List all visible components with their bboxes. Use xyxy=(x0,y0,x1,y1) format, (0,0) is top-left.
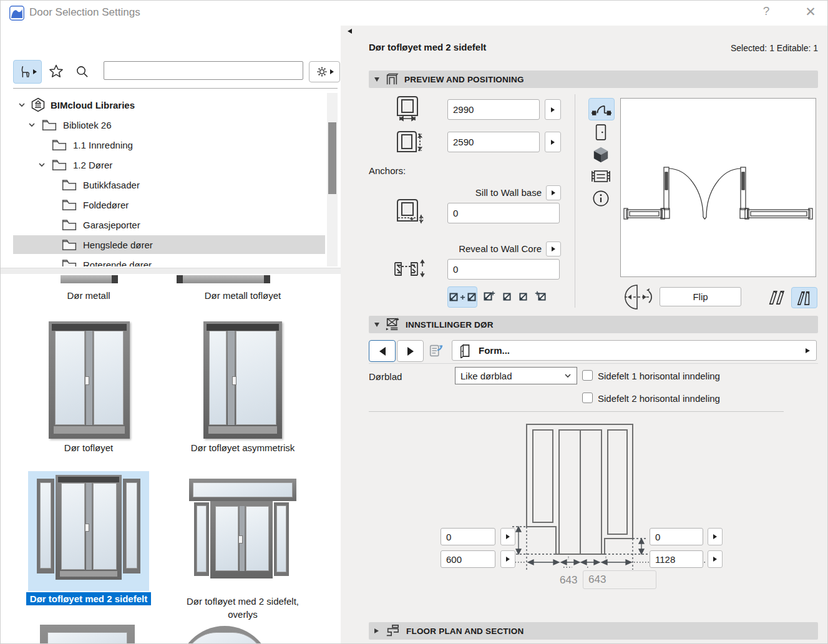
dim-right-top-input[interactable] xyxy=(650,528,703,545)
form-page-selector[interactable]: Form... xyxy=(452,340,817,361)
next-page-button[interactable] xyxy=(397,340,424,362)
sidefelt2-checkbox[interactable] xyxy=(582,393,593,403)
door-width-input[interactable] xyxy=(447,99,540,120)
tree-item-garasjeporter[interactable]: Garasjeporter xyxy=(13,215,325,234)
thumbnail-dor-metall-partial[interactable] xyxy=(61,275,118,283)
search-icon xyxy=(75,65,89,78)
door-width-icon xyxy=(396,94,421,122)
dorblad-select[interactable]: Like dørblad xyxy=(455,367,577,384)
search-button[interactable] xyxy=(71,60,93,82)
thumbnail-label: Dør tofløyet xyxy=(14,442,163,453)
sill-anchor-flyout-button[interactable] xyxy=(546,185,561,200)
selected-object-title: Dør tofløyet med 2 sidefelt xyxy=(369,42,486,52)
tree-item-hengslede-dorer[interactable]: Hengslede dører xyxy=(13,235,325,254)
thumbnail-next-row-partial-1[interactable] xyxy=(40,625,135,644)
star-icon xyxy=(49,64,64,79)
library-tree: BIMcloud Libraries Bibliotek 26 1.1 Innr… xyxy=(13,93,325,266)
door-handle xyxy=(85,376,89,385)
reveal-value-input[interactable] xyxy=(447,259,560,280)
transfer-settings-button[interactable] xyxy=(427,341,447,360)
view-mode-3d-button[interactable] xyxy=(588,144,613,165)
tree-scrollbar[interactable] xyxy=(327,93,338,266)
help-button[interactable]: ? xyxy=(757,4,776,18)
previous-page-button[interactable] xyxy=(369,340,396,362)
folder-icon xyxy=(62,198,77,211)
bimcloud-icon xyxy=(31,97,46,112)
anchor-mode-5-button[interactable] xyxy=(532,289,548,304)
tree-item-roterende-dorer[interactable]: Roterende dører xyxy=(13,255,325,266)
anchor-mode-both-button[interactable] xyxy=(447,286,477,308)
toolbar-divider xyxy=(13,88,338,89)
tree-item-dorer[interactable]: 1.2 Dører xyxy=(13,155,325,174)
reveal-anchor-icon xyxy=(392,258,427,280)
sidefelt1-label: Sidefelt 1 horisontal inndeling xyxy=(598,371,720,381)
flip-button[interactable]: Flip xyxy=(660,287,741,306)
anchor-glyph-icon xyxy=(519,293,527,301)
preview-divider xyxy=(575,94,575,308)
thumbnail-gallery: Dør metall Dør metall tofløyet Dør to xyxy=(1,274,341,644)
browse-library-button[interactable] xyxy=(13,60,42,84)
thumbnail-dor-metall-tofloyet-partial[interactable] xyxy=(177,275,270,283)
window-title: Door Selection Settings xyxy=(29,6,140,19)
close-button[interactable]: ✕ xyxy=(801,4,820,19)
view-mode-info-button[interactable] xyxy=(588,188,613,209)
dim-right-bottom-input[interactable] xyxy=(650,550,703,568)
section-floor-plan-and-section[interactable]: FLOOR PLAN AND SECTION xyxy=(369,622,818,640)
anchor-glyph-icon xyxy=(503,293,511,301)
tree-scrollbar-thumb[interactable] xyxy=(328,122,336,194)
opening-side-1-button[interactable] xyxy=(763,287,788,307)
flyout-arrow-icon xyxy=(330,69,334,74)
anchor-mode-3-button[interactable] xyxy=(500,289,514,304)
folder-icon xyxy=(62,218,77,231)
selection-status: Selected: 1 Editable: 1 xyxy=(625,43,818,53)
section-preview-and-positioning[interactable]: PREVIEW AND POSITIONING xyxy=(369,71,818,88)
view-mode-elevation-button[interactable] xyxy=(588,122,613,143)
dim-right-top-flyout[interactable] xyxy=(708,528,723,545)
dim-center-value-text: 643 xyxy=(560,574,577,587)
tree-item-bibliotek-26[interactable]: Bibliotek 26 xyxy=(13,115,325,134)
sidefelt1-checkbox[interactable] xyxy=(582,370,593,381)
view-mode-section-button[interactable] xyxy=(588,165,613,187)
dim-right-bottom-flyout[interactable] xyxy=(708,550,723,568)
dim-left-bottom-flyout[interactable] xyxy=(500,550,515,568)
search-input[interactable] xyxy=(104,61,303,80)
thumbnail-dor-tofloyet-med-2-sidefelt-overlys[interactable] xyxy=(187,471,299,591)
reveal-anchor-flyout-button[interactable] xyxy=(546,242,561,256)
thumbnail-label: Dør tofløyet med 2 sidefelt, overlys xyxy=(177,595,308,621)
tree-item-innredning[interactable]: 1.1 Innredning xyxy=(13,135,325,154)
favorites-button[interactable] xyxy=(44,60,68,82)
dim-left-top-flyout[interactable] xyxy=(500,528,515,545)
tree-item-butikkfasader[interactable]: Butikkfasader xyxy=(13,175,325,194)
door-width-flyout-button[interactable] xyxy=(545,99,561,120)
thumbnail-dor-tofloyet[interactable] xyxy=(49,321,130,439)
anchors-label: Anchors: xyxy=(369,165,406,176)
tree-item-foldedorer[interactable]: Foldedører xyxy=(13,195,325,214)
opening-side-2-button[interactable] xyxy=(791,287,817,308)
view-mode-plan-button[interactable] xyxy=(588,98,615,120)
folder-icon xyxy=(42,119,57,131)
cube-3d-icon xyxy=(592,146,610,163)
dim-left-bottom-input[interactable] xyxy=(441,550,495,568)
door-height-input[interactable] xyxy=(447,132,540,152)
sill-value-input[interactable] xyxy=(447,203,560,223)
chevron-down-icon[interactable] xyxy=(38,161,46,168)
section-innstillinger-dor[interactable]: INNSTILLINGER DØR xyxy=(369,316,818,333)
gear-icon xyxy=(316,66,328,78)
chevron-down-icon[interactable] xyxy=(28,121,36,129)
anchor-glyph-icon xyxy=(538,293,546,301)
anchor-mode-2-button[interactable] xyxy=(481,289,497,304)
thumbnail-dor-tofloyet-med-2-sidefelt[interactable] xyxy=(28,471,149,591)
thumbnail-dor-tofloyet-asymmetrisk[interactable] xyxy=(203,321,282,439)
collapse-panel-arrow[interactable] xyxy=(348,29,352,34)
mirror-icon[interactable] xyxy=(621,283,653,311)
elevation-view-icon xyxy=(594,124,608,141)
floor-plan-icon xyxy=(384,624,401,638)
dim-left-top-input[interactable] xyxy=(441,528,495,545)
thumbnail-label: Dør metall tofløyet xyxy=(168,290,318,301)
tree-item-bimcloud-libraries[interactable]: BIMcloud Libraries xyxy=(13,95,325,114)
dim-center-input[interactable] xyxy=(583,570,656,589)
chevron-down-icon[interactable] xyxy=(18,101,26,109)
anchor-mode-4-button[interactable] xyxy=(516,289,530,304)
door-height-flyout-button[interactable] xyxy=(545,132,561,152)
settings-flyout-button[interactable] xyxy=(309,61,340,82)
